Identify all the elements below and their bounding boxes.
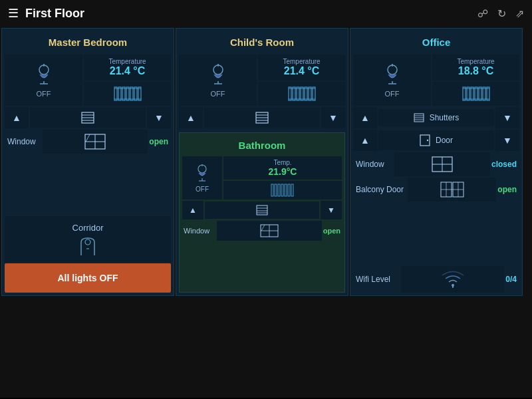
chat-icon[interactable]: ☍ [477, 7, 488, 20]
bathroom-light-box[interactable]: OFF [182, 156, 222, 200]
office-balcony-icon [408, 178, 496, 201]
radiator-icon [113, 86, 142, 102]
master-window-status: open [149, 137, 171, 146]
childs-temp-label: Temperature [263, 58, 340, 65]
office-light-box[interactable]: OFF [353, 55, 431, 106]
childs-room-title: Child's Room [179, 31, 345, 53]
bathroom-light-status: OFF [196, 186, 209, 193]
window-icon [84, 134, 106, 150]
header: ☰ First Floor ☍ ↻ ⇗ [0, 0, 532, 27]
bathroom-radiator-icon [271, 184, 295, 197]
svg-rect-33 [313, 87, 315, 100]
svg-rect-48 [285, 184, 287, 196]
master-shutter-down-btn[interactable]: ▼ [147, 107, 171, 128]
bathroom-shutter-row: ▲ ▼ [182, 201, 342, 219]
svg-point-21 [85, 239, 90, 245]
svg-rect-67 [479, 87, 481, 100]
bathroom-window-icon [217, 221, 322, 241]
menu-icon[interactable]: ☰ [8, 6, 19, 21]
master-radiator-box [84, 82, 171, 106]
header-icons: ☍ ↻ ⇗ [477, 7, 524, 20]
svg-rect-45 [275, 184, 277, 196]
svg-rect-63 [463, 87, 466, 100]
office-wifi-row: Wifi Level 0/4 [353, 266, 519, 293]
svg-rect-64 [467, 87, 469, 100]
master-window-label: Window [5, 137, 41, 146]
bathroom-lamp-icon [193, 164, 211, 184]
childs-lamp-icon [206, 63, 230, 87]
bathroom-title: Bathroom [182, 136, 342, 155]
bathroom-shutter-icon [256, 205, 268, 215]
svg-point-0 [39, 65, 49, 74]
master-window-row: Window open [5, 130, 171, 154]
office-temp-label-box: Temperature 18.8 °C [432, 55, 519, 80]
svg-line-20 [86, 134, 90, 142]
refresh-icon[interactable]: ↻ [497, 7, 506, 20]
office-title: Office [353, 31, 519, 53]
office-shutter-label: Shutters [430, 113, 460, 122]
master-window-icon [43, 130, 148, 154]
balcony-door-icon [440, 182, 464, 198]
master-shutter-row: ▲ ▼ [5, 107, 171, 128]
svg-rect-4 [114, 87, 117, 100]
shutter-icon [81, 112, 94, 124]
bathroom-shutter-icon-box [205, 201, 319, 219]
childs-shutter-down-btn[interactable]: ▼ [321, 107, 345, 128]
svg-rect-27 [289, 87, 291, 100]
office-door-up-btn[interactable]: ▲ [353, 130, 377, 151]
childs-light-box[interactable]: OFF [179, 55, 257, 106]
childs-light-status: OFF [211, 90, 225, 98]
office-window-icon [394, 152, 490, 176]
bathroom-radiator-box [223, 181, 342, 200]
master-light-box[interactable]: OFF [5, 55, 82, 106]
bathroom-shutter-down-btn[interactable]: ▼ [321, 201, 342, 219]
childs-temp-label-box: Temperature 21.4 °C [258, 55, 345, 80]
childs-shutter-icon-box [204, 108, 320, 128]
svg-rect-50 [291, 184, 293, 196]
svg-rect-44 [271, 184, 273, 196]
svg-rect-28 [293, 87, 295, 100]
svg-rect-31 [305, 87, 307, 100]
page-title: First Floor [25, 7, 84, 21]
office-panel: Office OFF Temperature 18.8 °C [350, 28, 523, 296]
master-bedroom-title: Master Bedroom [5, 31, 171, 53]
svg-line-58 [261, 225, 265, 231]
svg-rect-66 [475, 87, 477, 100]
office-shutter-icon [414, 113, 424, 122]
master-shutter-up-btn[interactable]: ▲ [5, 107, 29, 128]
childs-shutter-up-btn[interactable]: ▲ [179, 107, 203, 128]
master-shutter-icon-box [30, 108, 146, 128]
expand-icon[interactable]: ⇗ [515, 7, 524, 20]
svg-rect-29 [297, 87, 299, 100]
office-balcony-label: Balcony Door [353, 185, 406, 194]
svg-point-59 [388, 65, 397, 74]
bathroom-shutter-up-btn[interactable]: ▲ [182, 201, 203, 219]
svg-rect-68 [483, 87, 485, 100]
svg-rect-46 [278, 184, 280, 196]
office-door-down-btn[interactable]: ▼ [495, 130, 519, 151]
svg-rect-8 [130, 87, 133, 100]
office-light-status: OFF [385, 90, 400, 98]
bathroom-temp-label: Temp. [227, 159, 338, 166]
office-door-label: Door [436, 136, 453, 145]
svg-rect-6 [122, 87, 125, 100]
office-wifi-label: Wifi Level [353, 275, 400, 284]
svg-rect-49 [288, 184, 290, 196]
svg-rect-47 [281, 184, 283, 196]
office-window-icon [432, 156, 453, 172]
all-lights-off-btn[interactable]: All lights OFF [5, 263, 171, 293]
childs-temp-value: 21.4 °C [263, 65, 340, 77]
office-wifi-icon [401, 266, 504, 293]
office-shutter-up-btn[interactable]: ▲ [353, 107, 377, 128]
childs-radiator-icon [287, 86, 317, 102]
master-light-status: OFF [37, 90, 51, 98]
bathroom-window-status: open [323, 227, 342, 235]
office-shutter-down-btn[interactable]: ▼ [495, 107, 519, 128]
svg-point-23 [213, 65, 223, 74]
childs-radiator-box [258, 82, 345, 106]
childs-room-panel: Child's Room OFF Temperature 21.4 °C [176, 28, 348, 296]
office-radiator-box [432, 82, 519, 106]
childs-shutter-row: ▲ ▼ [179, 107, 345, 128]
master-temp-value: 21.4 °C [89, 65, 166, 77]
svg-rect-69 [487, 87, 489, 100]
